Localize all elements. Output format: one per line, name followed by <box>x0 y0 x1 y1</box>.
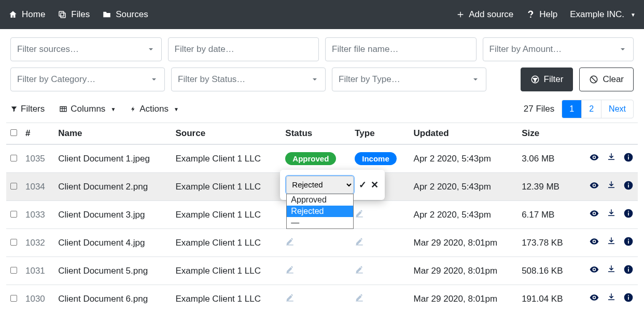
row-id: 1032 <box>21 229 54 257</box>
info-icon[interactable] <box>623 208 634 221</box>
row-updated: Apr 2 2020, 5:43pm <box>410 173 518 201</box>
header-status[interactable]: Status <box>281 123 351 145</box>
edit-status-icon[interactable] <box>285 294 295 304</box>
row-checkbox[interactable] <box>10 183 17 190</box>
filter-row-1: Filter sources… Filter by date… Filter f… <box>10 37 634 61</box>
download-icon[interactable] <box>607 180 616 193</box>
caret-down-icon: ▼ <box>110 106 116 112</box>
table-row: 1030Client Document 6.pngExample Client … <box>6 285 638 313</box>
nav-home-label: Home <box>22 9 45 20</box>
filter-sources[interactable]: Filter sources… <box>10 37 162 61</box>
download-icon[interactable] <box>607 208 616 221</box>
toolbar-columns[interactable]: Columns ▼ <box>59 104 116 114</box>
clear-button[interactable]: Clear <box>579 68 634 91</box>
view-icon[interactable] <box>589 152 599 165</box>
header-updated[interactable]: Updated <box>410 123 518 145</box>
option-rejected[interactable]: Rejected <box>287 206 353 217</box>
nav-left: Home Files Sources <box>8 9 148 20</box>
row-status <box>281 257 351 285</box>
option-blank[interactable]: — <box>287 217 353 228</box>
nav-account[interactable]: Example INC. ▼ <box>570 9 636 20</box>
chevron-down-icon <box>471 75 480 84</box>
edit-type-icon[interactable] <box>355 266 364 276</box>
info-icon[interactable] <box>623 180 634 193</box>
status-badge[interactable]: Approved <box>285 152 336 165</box>
row-type <box>351 201 409 229</box>
edit-type-icon[interactable] <box>355 210 364 220</box>
row-source: Example Client 1 LLC <box>172 201 282 229</box>
row-checkbox[interactable] <box>10 295 17 302</box>
edit-status-icon[interactable] <box>285 266 295 276</box>
nav-help[interactable]: Help <box>526 9 557 20</box>
row-checkbox[interactable] <box>10 239 17 246</box>
view-icon[interactable] <box>589 180 599 193</box>
row-name[interactable]: Client Document 2.png <box>54 173 171 201</box>
filter-type[interactable]: Filter by Type… <box>332 68 486 91</box>
row-actions <box>580 236 634 249</box>
row-checkbox[interactable] <box>10 155 17 161</box>
chevron-down-icon <box>619 45 627 53</box>
caret-down-icon: ▼ <box>631 12 636 18</box>
row-checkbox[interactable] <box>10 267 17 274</box>
nav-sources[interactable]: Sources <box>102 9 148 20</box>
filter-filename-label: Filter file name… <box>332 44 398 55</box>
info-icon[interactable] <box>623 152 634 165</box>
toolbar-filters[interactable]: Filters <box>10 104 45 114</box>
row-checkbox[interactable] <box>10 211 17 218</box>
files-count: 27 Files <box>524 104 555 114</box>
edit-type-icon[interactable] <box>355 238 364 248</box>
view-icon[interactable] <box>589 208 599 221</box>
edit-type-icon[interactable] <box>355 294 364 304</box>
download-icon[interactable] <box>607 264 616 277</box>
download-icon[interactable] <box>607 236 616 249</box>
nav-home[interactable]: Home <box>8 9 45 20</box>
filter-filename[interactable]: Filter file name… <box>325 37 477 61</box>
filter-status[interactable]: Filter by Status… <box>171 68 326 91</box>
nav-files[interactable]: Files <box>58 9 90 20</box>
info-icon[interactable] <box>623 236 634 249</box>
info-icon[interactable] <box>623 292 634 305</box>
filter-date[interactable]: Filter by date… <box>168 37 319 61</box>
header-size[interactable]: Size <box>517 123 576 145</box>
toolbar-actions[interactable]: Actions ▼ <box>130 104 179 114</box>
option-approved[interactable]: Approved <box>287 194 353 206</box>
row-name[interactable]: Client Document 4.jpg <box>54 229 171 257</box>
header-num[interactable]: # <box>21 123 54 145</box>
view-icon[interactable] <box>589 264 599 277</box>
toolbar-right: 27 Files 1 2 Next <box>524 100 634 118</box>
svg-rect-1 <box>59 11 64 16</box>
filter-category[interactable]: Filter by Category… <box>10 68 165 91</box>
filter-amount[interactable]: Filter by Amount… <box>483 37 634 61</box>
popover-actions: ✓ ✕ <box>359 179 379 191</box>
row-id: 1031 <box>21 257 54 285</box>
page-next[interactable]: Next <box>601 100 633 118</box>
row-name[interactable]: Client Document 6.png <box>54 285 171 313</box>
row-name[interactable]: Client Document 5.png <box>54 257 171 285</box>
nav-add-source[interactable]: Add source <box>456 9 513 20</box>
download-icon[interactable] <box>607 152 616 165</box>
view-icon[interactable] <box>589 292 599 305</box>
svg-rect-22 <box>628 295 629 296</box>
view-icon[interactable] <box>589 236 599 249</box>
confirm-icon[interactable]: ✓ <box>359 179 367 191</box>
nav-sources-label: Sources <box>116 9 148 20</box>
page-1[interactable]: 1 <box>562 100 582 118</box>
status-dropdown-list: Approved Rejected — <box>286 194 354 229</box>
status-select[interactable]: Rejected <box>286 176 354 194</box>
download-icon[interactable] <box>607 292 616 305</box>
edit-status-icon[interactable] <box>285 238 295 248</box>
row-name[interactable]: Client Document 3.jpg <box>54 201 171 229</box>
header-source[interactable]: Source <box>172 123 282 145</box>
filter-button[interactable]: Filter <box>521 68 573 91</box>
nav-account-label: Example INC. <box>570 9 624 20</box>
svg-rect-4 <box>60 106 66 111</box>
table-toolbar: Filters Columns ▼ Actions ▼ 27 Files 1 2… <box>0 96 644 123</box>
select-all-checkbox[interactable] <box>10 129 17 136</box>
type-badge[interactable]: Income <box>355 152 397 165</box>
info-icon[interactable] <box>623 264 634 277</box>
header-name[interactable]: Name <box>54 123 171 145</box>
cancel-icon[interactable]: ✕ <box>371 179 379 191</box>
row-name[interactable]: Client Document 1.jpeg <box>54 144 171 173</box>
header-type[interactable]: Type <box>351 123 409 145</box>
page-2[interactable]: 2 <box>582 100 601 118</box>
